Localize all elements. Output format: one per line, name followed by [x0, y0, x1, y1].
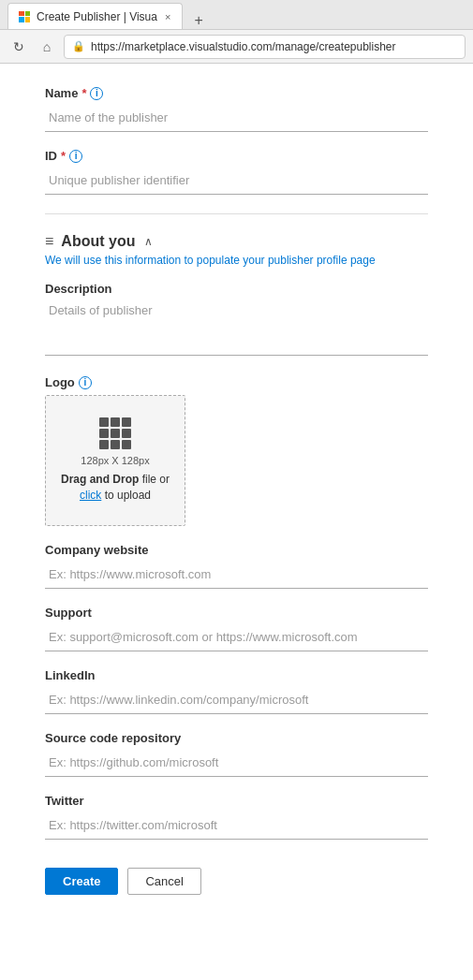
company-website-input[interactable]	[45, 561, 428, 589]
lock-icon: 🔒	[72, 40, 85, 52]
collapse-icon[interactable]: ∧	[144, 235, 153, 248]
logo-drag-drop-text[interactable]: Drag and Drop file or click to upload	[61, 472, 170, 504]
name-label: Name * i	[45, 86, 428, 100]
name-required-star: *	[81, 86, 86, 100]
logo-file-text: file or	[139, 473, 170, 486]
cancel-button[interactable]: Cancel	[127, 868, 200, 895]
source-code-input[interactable]	[45, 749, 428, 777]
logo-grid-icon	[99, 417, 131, 449]
address-text: https://marketplace.visualstudio.com/man…	[91, 40, 396, 53]
tab-bar: Create Publisher | Visua × +	[0, 0, 473, 30]
button-row: Create Cancel	[45, 868, 428, 895]
source-code-label: Source code repository	[45, 731, 428, 745]
name-info-icon[interactable]: i	[90, 87, 103, 100]
tab-title: Create Publisher | Visua	[37, 10, 157, 23]
support-field-group: Support	[45, 606, 428, 651]
refresh-icon: ↻	[13, 39, 24, 54]
support-label: Support	[45, 606, 428, 620]
logo-label: Logo i	[45, 375, 428, 389]
home-icon: ⌂	[43, 39, 51, 54]
logo-upload-box[interactable]: 128px X 128px Drag and Drop file or clic…	[45, 395, 185, 526]
id-required-star: *	[61, 149, 66, 163]
twitter-field-group: Twitter	[45, 794, 428, 840]
close-tab-icon[interactable]: ×	[163, 11, 172, 22]
about-subtitle: We will use this information to populate…	[45, 254, 428, 267]
logo-field-group: Logo i 128px X 128px Drag and Drop file …	[45, 375, 428, 526]
id-input[interactable]	[45, 167, 428, 195]
name-input[interactable]	[45, 104, 428, 132]
home-button[interactable]: ⌂	[36, 36, 58, 58]
description-field-group: Description	[45, 282, 428, 358]
new-tab-button[interactable]: +	[186, 12, 210, 29]
logo-click-link[interactable]: click	[80, 489, 101, 502]
description-input[interactable]	[45, 300, 428, 356]
source-code-field-group: Source code repository	[45, 731, 428, 777]
linkedin-input[interactable]	[45, 686, 428, 714]
twitter-input[interactable]	[45, 812, 428, 840]
tab-favicon	[18, 10, 31, 23]
id-label: ID * i	[45, 149, 428, 163]
logo-info-icon[interactable]: i	[79, 376, 92, 389]
about-section-title: About you	[61, 233, 135, 250]
name-field-group: Name * i	[45, 86, 428, 132]
twitter-label: Twitter	[45, 794, 428, 808]
linkedin-field-group: LinkedIn	[45, 668, 428, 714]
create-button[interactable]: Create	[45, 868, 118, 895]
linkedin-label: LinkedIn	[45, 668, 428, 682]
drag-drop-label: Drag and Drop	[61, 473, 139, 486]
about-section-header[interactable]: ≡ About you ∧	[45, 233, 428, 250]
logo-upload-text: to upload	[101, 489, 151, 502]
id-info-icon[interactable]: i	[69, 150, 82, 163]
company-website-field-group: Company website	[45, 543, 428, 589]
active-tab[interactable]: Create Publisher | Visua ×	[7, 3, 183, 29]
address-bar[interactable]: 🔒 https://marketplace.visualstudio.com/m…	[64, 35, 466, 59]
support-input[interactable]	[45, 623, 428, 651]
refresh-button[interactable]: ↻	[7, 36, 30, 58]
company-website-label: Company website	[45, 543, 428, 557]
description-label: Description	[45, 282, 428, 296]
nav-bar: ↻ ⌂ 🔒 https://marketplace.visualstudio.c…	[0, 30, 473, 64]
page-content: Name * i ID * i ≡ About you ∧ We will us…	[0, 64, 473, 932]
id-field-group: ID * i	[45, 149, 428, 195]
logo-size-text: 128px X 128px	[81, 455, 149, 466]
section-divider	[45, 213, 428, 214]
about-section-icon: ≡	[45, 233, 53, 250]
